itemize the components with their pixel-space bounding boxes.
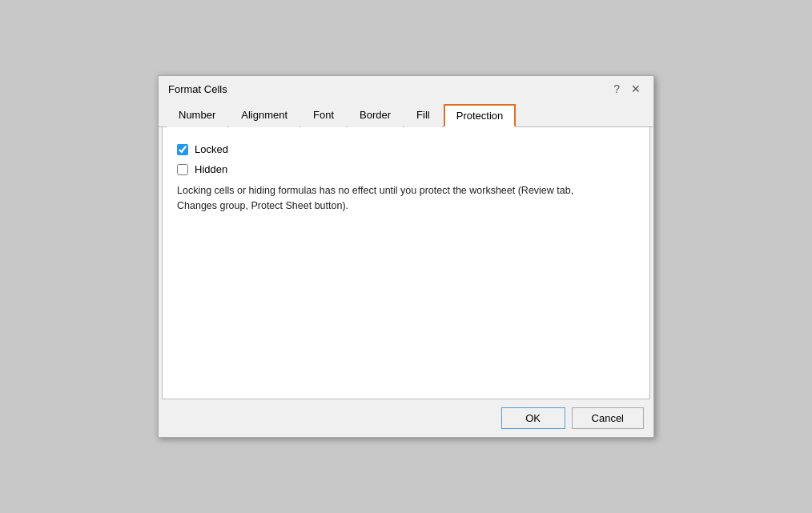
hidden-row: Hidden	[177, 163, 635, 175]
locked-row: Locked	[177, 143, 635, 155]
protection-description: Locking cells or hiding formulas has no …	[177, 183, 609, 214]
locked-checkbox[interactable]	[177, 144, 188, 155]
help-button[interactable]: ?	[610, 82, 623, 95]
tab-alignment[interactable]: Alignment	[229, 104, 299, 127]
tab-fill[interactable]: Fill	[404, 104, 442, 127]
tab-border[interactable]: Border	[348, 104, 403, 127]
title-bar-controls: ? ✕	[610, 82, 644, 95]
format-cells-dialog: Format Cells ? ✕ Number Alignment Font B…	[158, 75, 654, 438]
tab-number[interactable]: Number	[167, 104, 227, 127]
dialog-footer: OK Cancel	[159, 399, 653, 437]
close-button[interactable]: ✕	[628, 82, 644, 95]
tab-protection[interactable]: Protection	[444, 104, 517, 127]
cancel-button[interactable]: Cancel	[572, 407, 644, 429]
protection-content: Locked Hidden Locking cells or hiding fo…	[162, 127, 650, 399]
ok-button[interactable]: OK	[501, 407, 565, 429]
title-bar: Format Cells ? ✕	[159, 76, 653, 98]
hidden-checkbox[interactable]	[177, 164, 188, 175]
tab-font[interactable]: Font	[301, 104, 346, 127]
locked-label[interactable]: Locked	[195, 143, 228, 155]
tabs-bar: Number Alignment Font Border Fill Protec…	[159, 98, 653, 127]
dialog-title: Format Cells	[168, 83, 227, 95]
hidden-label[interactable]: Hidden	[195, 163, 227, 175]
